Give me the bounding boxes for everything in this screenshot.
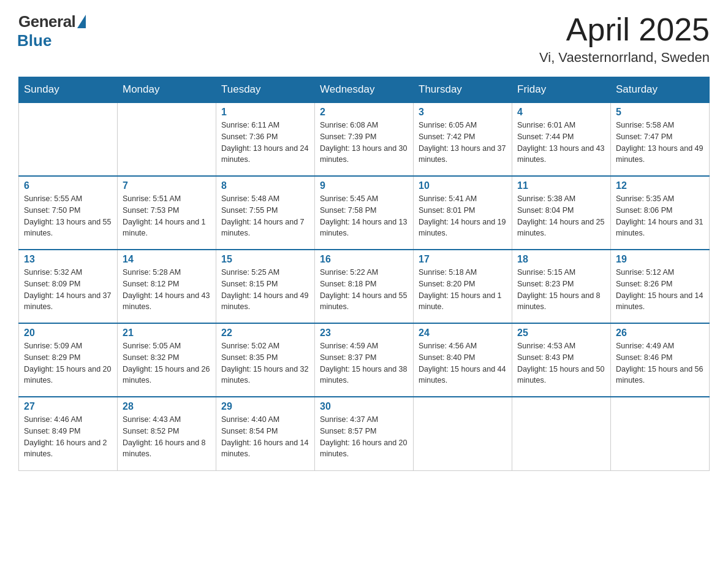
calendar-cell: 6Sunrise: 5:55 AMSunset: 7:50 PMDaylight… (19, 176, 118, 250)
day-info: Sunrise: 4:53 AMSunset: 8:43 PMDaylight:… (517, 340, 605, 386)
day-number: 12 (616, 180, 704, 191)
calendar-cell (512, 397, 611, 470)
title-block: April 2025 Vi, Vaesternorrland, Sweden (539, 12, 710, 66)
logo: General Blue (18, 12, 86, 50)
day-number: 28 (123, 401, 211, 412)
day-info: Sunrise: 5:12 AMSunset: 8:26 PMDaylight:… (616, 267, 704, 313)
calendar-cell: 23Sunrise: 4:59 AMSunset: 8:37 PMDayligh… (315, 323, 414, 397)
day-info: Sunrise: 4:46 AMSunset: 8:49 PMDaylight:… (24, 414, 112, 460)
calendar-cell: 8Sunrise: 5:48 AMSunset: 7:55 PMDaylight… (216, 176, 315, 250)
calendar-weekday-friday: Friday (512, 77, 611, 103)
calendar-weekday-monday: Monday (118, 77, 216, 103)
calendar-weekday-thursday: Thursday (414, 77, 512, 103)
day-info: Sunrise: 4:40 AMSunset: 8:54 PMDaylight:… (221, 414, 309, 460)
calendar-weekday-tuesday: Tuesday (216, 77, 315, 103)
day-number: 27 (24, 401, 112, 412)
day-info: Sunrise: 6:08 AMSunset: 7:39 PMDaylight:… (320, 120, 408, 166)
calendar-cell: 17Sunrise: 5:18 AMSunset: 8:20 PMDayligh… (414, 250, 512, 323)
day-info: Sunrise: 5:55 AMSunset: 7:50 PMDaylight:… (24, 193, 112, 239)
day-number: 10 (419, 180, 507, 191)
day-number: 5 (616, 107, 704, 118)
day-number: 19 (616, 254, 704, 265)
day-number: 3 (419, 107, 507, 118)
day-info: Sunrise: 5:22 AMSunset: 8:18 PMDaylight:… (320, 267, 408, 313)
day-number: 29 (221, 401, 309, 412)
calendar-cell: 5Sunrise: 5:58 AMSunset: 7:47 PMDaylight… (611, 102, 710, 176)
calendar-cell: 26Sunrise: 4:49 AMSunset: 8:46 PMDayligh… (611, 323, 710, 397)
day-number: 20 (24, 327, 112, 339)
day-info: Sunrise: 6:01 AMSunset: 7:44 PMDaylight:… (517, 120, 605, 166)
week-row-3: 13Sunrise: 5:32 AMSunset: 8:09 PMDayligh… (19, 250, 710, 323)
day-info: Sunrise: 5:41 AMSunset: 8:01 PMDaylight:… (419, 193, 507, 239)
calendar-cell: 25Sunrise: 4:53 AMSunset: 8:43 PMDayligh… (512, 323, 611, 397)
month-title: April 2025 (539, 12, 710, 47)
day-number: 1 (221, 107, 309, 118)
day-number: 8 (221, 180, 309, 191)
day-info: Sunrise: 5:18 AMSunset: 8:20 PMDaylight:… (419, 267, 507, 313)
location-title: Vi, Vaesternorrland, Sweden (539, 50, 710, 66)
day-number: 16 (320, 254, 408, 265)
logo-triangle-icon (77, 15, 86, 28)
day-info: Sunrise: 5:25 AMSunset: 8:15 PMDaylight:… (221, 267, 309, 313)
calendar-cell (611, 397, 710, 470)
day-info: Sunrise: 5:35 AMSunset: 8:06 PMDaylight:… (616, 193, 704, 239)
calendar-cell: 1Sunrise: 6:11 AMSunset: 7:36 PMDaylight… (216, 102, 315, 176)
day-number: 24 (419, 327, 507, 339)
day-number: 2 (320, 107, 408, 118)
day-number: 21 (123, 327, 211, 339)
calendar-table: SundayMondayTuesdayWednesdayThursdayFrid… (18, 77, 710, 471)
calendar-cell: 19Sunrise: 5:12 AMSunset: 8:26 PMDayligh… (611, 250, 710, 323)
day-info: Sunrise: 6:11 AMSunset: 7:36 PMDaylight:… (221, 120, 309, 166)
day-number: 23 (320, 327, 408, 339)
calendar-weekday-sunday: Sunday (19, 77, 118, 103)
day-info: Sunrise: 5:09 AMSunset: 8:29 PMDaylight:… (24, 340, 112, 386)
day-info: Sunrise: 5:05 AMSunset: 8:32 PMDaylight:… (123, 340, 211, 386)
calendar-cell: 10Sunrise: 5:41 AMSunset: 8:01 PMDayligh… (414, 176, 512, 250)
calendar-cell (19, 102, 118, 176)
calendar-cell: 12Sunrise: 5:35 AMSunset: 8:06 PMDayligh… (611, 176, 710, 250)
page-header: General Blue April 2025 Vi, Vaesternorrl… (18, 12, 710, 66)
day-number: 18 (517, 254, 605, 265)
calendar-cell: 4Sunrise: 6:01 AMSunset: 7:44 PMDaylight… (512, 102, 611, 176)
day-info: Sunrise: 5:51 AMSunset: 7:53 PMDaylight:… (123, 193, 211, 239)
day-number: 11 (517, 180, 605, 191)
calendar-cell: 28Sunrise: 4:43 AMSunset: 8:52 PMDayligh… (118, 397, 216, 470)
logo-general-text: General (18, 12, 75, 31)
calendar-cell: 13Sunrise: 5:32 AMSunset: 8:09 PMDayligh… (19, 250, 118, 323)
calendar-cell: 30Sunrise: 4:37 AMSunset: 8:57 PMDayligh… (315, 397, 414, 470)
day-info: Sunrise: 5:45 AMSunset: 7:58 PMDaylight:… (320, 193, 408, 239)
calendar-cell: 2Sunrise: 6:08 AMSunset: 7:39 PMDaylight… (315, 102, 414, 176)
day-info: Sunrise: 4:59 AMSunset: 8:37 PMDaylight:… (320, 340, 408, 386)
calendar-cell: 16Sunrise: 5:22 AMSunset: 8:18 PMDayligh… (315, 250, 414, 323)
day-info: Sunrise: 5:02 AMSunset: 8:35 PMDaylight:… (221, 340, 309, 386)
day-number: 6 (24, 180, 112, 191)
day-info: Sunrise: 5:48 AMSunset: 7:55 PMDaylight:… (221, 193, 309, 239)
day-info: Sunrise: 4:56 AMSunset: 8:40 PMDaylight:… (419, 340, 507, 386)
calendar-weekday-saturday: Saturday (611, 77, 710, 103)
calendar-cell: 3Sunrise: 6:05 AMSunset: 7:42 PMDaylight… (414, 102, 512, 176)
calendar-cell: 29Sunrise: 4:40 AMSunset: 8:54 PMDayligh… (216, 397, 315, 470)
day-info: Sunrise: 4:49 AMSunset: 8:46 PMDaylight:… (616, 340, 704, 386)
day-number: 15 (221, 254, 309, 265)
day-number: 30 (320, 401, 408, 412)
day-info: Sunrise: 5:58 AMSunset: 7:47 PMDaylight:… (616, 120, 704, 166)
calendar-cell: 11Sunrise: 5:38 AMSunset: 8:04 PMDayligh… (512, 176, 611, 250)
calendar-cell: 21Sunrise: 5:05 AMSunset: 8:32 PMDayligh… (118, 323, 216, 397)
day-info: Sunrise: 5:32 AMSunset: 8:09 PMDaylight:… (24, 267, 112, 313)
week-row-2: 6Sunrise: 5:55 AMSunset: 7:50 PMDaylight… (19, 176, 710, 250)
calendar-header-row: SundayMondayTuesdayWednesdayThursdayFrid… (19, 77, 710, 103)
day-number: 4 (517, 107, 605, 118)
logo-blue-text: Blue (17, 31, 51, 50)
day-number: 9 (320, 180, 408, 191)
day-number: 22 (221, 327, 309, 339)
calendar-cell: 9Sunrise: 5:45 AMSunset: 7:58 PMDaylight… (315, 176, 414, 250)
day-number: 14 (123, 254, 211, 265)
day-number: 26 (616, 327, 704, 339)
calendar-cell: 22Sunrise: 5:02 AMSunset: 8:35 PMDayligh… (216, 323, 315, 397)
week-row-4: 20Sunrise: 5:09 AMSunset: 8:29 PMDayligh… (19, 323, 710, 397)
day-number: 17 (419, 254, 507, 265)
calendar-cell: 7Sunrise: 5:51 AMSunset: 7:53 PMDaylight… (118, 176, 216, 250)
day-info: Sunrise: 5:15 AMSunset: 8:23 PMDaylight:… (517, 267, 605, 313)
week-row-5: 27Sunrise: 4:46 AMSunset: 8:49 PMDayligh… (19, 397, 710, 470)
calendar-cell: 24Sunrise: 4:56 AMSunset: 8:40 PMDayligh… (414, 323, 512, 397)
